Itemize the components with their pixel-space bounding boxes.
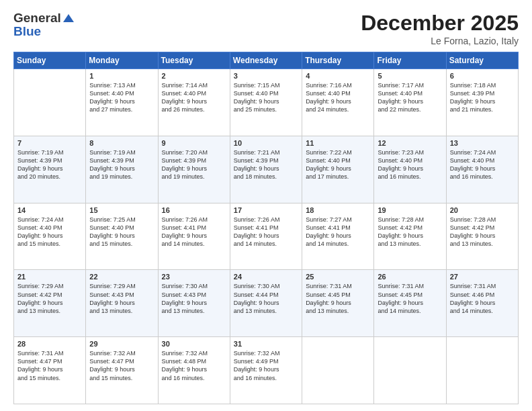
- day-number: 14: [17, 206, 82, 214]
- calendar-cell: 24Sunrise: 7:30 AMSunset: 4:44 PMDayligh…: [230, 270, 302, 337]
- calendar-cell: 12Sunrise: 7:23 AMSunset: 4:40 PMDayligh…: [374, 136, 446, 203]
- calendar-cell: 10Sunrise: 7:21 AMSunset: 4:39 PMDayligh…: [230, 136, 302, 203]
- day-info: Sunrise: 7:27 AMSunset: 4:41 PMDaylight:…: [306, 216, 370, 248]
- day-info: Sunrise: 7:31 AMSunset: 4:45 PMDaylight:…: [306, 282, 370, 315]
- calendar-cell: 1Sunrise: 7:13 AMSunset: 4:40 PMDaylight…: [86, 69, 158, 136]
- svg-marker-0: [63, 14, 74, 22]
- day-info: Sunrise: 7:30 AMSunset: 4:43 PMDaylight:…: [162, 282, 226, 315]
- day-number: 15: [89, 206, 154, 214]
- page: General Blue December 2025 Le Forna, Laz…: [0, 0, 532, 411]
- day-number: 10: [234, 139, 298, 147]
- day-number: 31: [234, 340, 298, 348]
- day-info: Sunrise: 7:24 AMSunset: 4:40 PMDaylight:…: [450, 148, 515, 181]
- week-row-2: 7Sunrise: 7:19 AMSunset: 4:39 PMDaylight…: [14, 136, 519, 203]
- day-info: Sunrise: 7:21 AMSunset: 4:39 PMDaylight:…: [234, 148, 298, 181]
- day-number: 12: [378, 139, 442, 147]
- day-number: 8: [89, 139, 154, 147]
- day-number: 2: [162, 72, 226, 80]
- calendar-cell: [446, 337, 518, 404]
- day-number: 18: [306, 206, 370, 214]
- day-info: Sunrise: 7:19 AMSunset: 4:39 PMDaylight:…: [89, 148, 154, 181]
- col-header-wednesday: Wednesday: [230, 52, 302, 69]
- day-number: 21: [17, 273, 82, 281]
- day-info: Sunrise: 7:32 AMSunset: 4:49 PMDaylight:…: [234, 349, 298, 382]
- logo-blue: Blue: [13, 24, 75, 39]
- day-info: Sunrise: 7:19 AMSunset: 4:39 PMDaylight:…: [17, 148, 82, 181]
- day-number: 25: [306, 273, 370, 281]
- day-info: Sunrise: 7:30 AMSunset: 4:44 PMDaylight:…: [234, 282, 298, 315]
- day-info: Sunrise: 7:26 AMSunset: 4:41 PMDaylight:…: [234, 216, 298, 248]
- calendar-cell: 8Sunrise: 7:19 AMSunset: 4:39 PMDaylight…: [86, 136, 158, 203]
- calendar-cell: 17Sunrise: 7:26 AMSunset: 4:41 PMDayligh…: [230, 203, 302, 270]
- month-title: December 2025: [361, 11, 519, 36]
- col-header-sunday: Sunday: [14, 52, 86, 69]
- calendar-header-row: SundayMondayTuesdayWednesdayThursdayFrid…: [14, 52, 519, 69]
- calendar-cell: 19Sunrise: 7:28 AMSunset: 4:42 PMDayligh…: [374, 203, 446, 270]
- calendar-cell: 29Sunrise: 7:32 AMSunset: 4:47 PMDayligh…: [86, 337, 158, 404]
- week-row-3: 14Sunrise: 7:24 AMSunset: 4:40 PMDayligh…: [14, 203, 519, 270]
- calendar-cell: 9Sunrise: 7:20 AMSunset: 4:39 PMDaylight…: [158, 136, 230, 203]
- day-number: 26: [378, 273, 442, 281]
- day-info: Sunrise: 7:13 AMSunset: 4:40 PMDaylight:…: [89, 81, 154, 114]
- calendar-cell: 11Sunrise: 7:22 AMSunset: 4:40 PMDayligh…: [302, 136, 374, 203]
- calendar-cell: 30Sunrise: 7:32 AMSunset: 4:48 PMDayligh…: [158, 337, 230, 404]
- calendar-cell: 28Sunrise: 7:31 AMSunset: 4:47 PMDayligh…: [14, 337, 86, 404]
- col-header-saturday: Saturday: [446, 52, 518, 69]
- day-number: 5: [378, 72, 442, 80]
- day-info: Sunrise: 7:22 AMSunset: 4:40 PMDaylight:…: [306, 148, 370, 181]
- day-number: 17: [234, 206, 298, 214]
- col-header-monday: Monday: [86, 52, 158, 69]
- calendar-cell: 31Sunrise: 7:32 AMSunset: 4:49 PMDayligh…: [230, 337, 302, 404]
- calendar-cell: 16Sunrise: 7:26 AMSunset: 4:41 PMDayligh…: [158, 203, 230, 270]
- day-number: 27: [450, 273, 515, 281]
- day-info: Sunrise: 7:14 AMSunset: 4:40 PMDaylight:…: [162, 81, 226, 114]
- day-number: 24: [234, 273, 298, 281]
- day-info: Sunrise: 7:28 AMSunset: 4:42 PMDaylight:…: [378, 216, 442, 248]
- col-header-tuesday: Tuesday: [158, 52, 230, 69]
- day-number: 3: [234, 72, 298, 80]
- logo: General Blue: [13, 11, 75, 39]
- calendar-cell: 25Sunrise: 7:31 AMSunset: 4:45 PMDayligh…: [302, 270, 374, 337]
- day-info: Sunrise: 7:25 AMSunset: 4:40 PMDaylight:…: [89, 216, 154, 248]
- calendar-cell: 27Sunrise: 7:31 AMSunset: 4:46 PMDayligh…: [446, 270, 518, 337]
- day-number: 30: [162, 340, 226, 348]
- col-header-friday: Friday: [374, 52, 446, 69]
- logo-text: General: [13, 11, 75, 26]
- day-number: 22: [89, 273, 154, 281]
- calendar-cell: [374, 337, 446, 404]
- week-row-4: 21Sunrise: 7:29 AMSunset: 4:42 PMDayligh…: [14, 270, 519, 337]
- day-number: 6: [450, 72, 515, 80]
- calendar-cell: 7Sunrise: 7:19 AMSunset: 4:39 PMDaylight…: [14, 136, 86, 203]
- day-info: Sunrise: 7:24 AMSunset: 4:40 PMDaylight:…: [17, 216, 82, 248]
- day-info: Sunrise: 7:16 AMSunset: 4:40 PMDaylight:…: [306, 81, 370, 114]
- day-info: Sunrise: 7:18 AMSunset: 4:39 PMDaylight:…: [450, 81, 515, 114]
- day-info: Sunrise: 7:31 AMSunset: 4:46 PMDaylight:…: [450, 282, 515, 315]
- day-info: Sunrise: 7:28 AMSunset: 4:42 PMDaylight:…: [450, 216, 515, 248]
- day-number: 16: [162, 206, 226, 214]
- calendar-cell: 13Sunrise: 7:24 AMSunset: 4:40 PMDayligh…: [446, 136, 518, 203]
- day-info: Sunrise: 7:32 AMSunset: 4:48 PMDaylight:…: [162, 349, 226, 382]
- calendar-cell: 21Sunrise: 7:29 AMSunset: 4:42 PMDayligh…: [14, 270, 86, 337]
- day-info: Sunrise: 7:31 AMSunset: 4:45 PMDaylight:…: [378, 282, 442, 315]
- calendar-cell: [302, 337, 374, 404]
- calendar-cell: 4Sunrise: 7:16 AMSunset: 4:40 PMDaylight…: [302, 69, 374, 136]
- day-info: Sunrise: 7:15 AMSunset: 4:40 PMDaylight:…: [234, 81, 298, 114]
- day-number: 20: [450, 206, 515, 214]
- day-info: Sunrise: 7:31 AMSunset: 4:47 PMDaylight:…: [17, 349, 82, 382]
- day-info: Sunrise: 7:29 AMSunset: 4:42 PMDaylight:…: [17, 282, 82, 315]
- day-info: Sunrise: 7:20 AMSunset: 4:39 PMDaylight:…: [162, 148, 226, 181]
- day-number: 7: [17, 139, 82, 147]
- logo-icon: [62, 13, 75, 24]
- day-number: 29: [89, 340, 154, 348]
- location: Le Forna, Lazio, Italy: [361, 36, 519, 46]
- day-info: Sunrise: 7:23 AMSunset: 4:40 PMDaylight:…: [378, 148, 442, 181]
- week-row-5: 28Sunrise: 7:31 AMSunset: 4:47 PMDayligh…: [14, 337, 519, 404]
- calendar-cell: 5Sunrise: 7:17 AMSunset: 4:40 PMDaylight…: [374, 69, 446, 136]
- title-block: December 2025 Le Forna, Lazio, Italy: [361, 11, 519, 46]
- calendar-cell: 14Sunrise: 7:24 AMSunset: 4:40 PMDayligh…: [14, 203, 86, 270]
- calendar-cell: 15Sunrise: 7:25 AMSunset: 4:40 PMDayligh…: [86, 203, 158, 270]
- calendar-cell: 18Sunrise: 7:27 AMSunset: 4:41 PMDayligh…: [302, 203, 374, 270]
- header: General Blue December 2025 Le Forna, Laz…: [13, 11, 519, 46]
- day-number: 28: [17, 340, 82, 348]
- week-row-1: 1Sunrise: 7:13 AMSunset: 4:40 PMDaylight…: [14, 69, 519, 136]
